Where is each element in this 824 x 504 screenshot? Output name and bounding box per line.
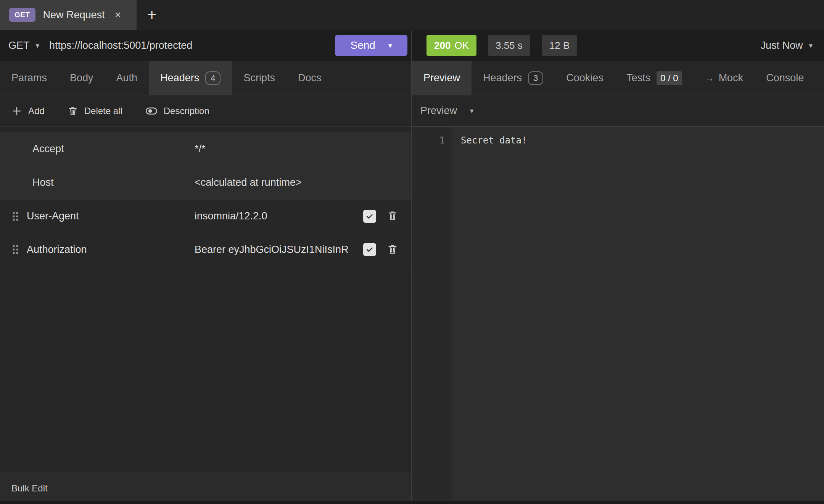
new-tab-button[interactable]: + [137,0,167,30]
header-name-input[interactable]: Authorization [27,244,195,256]
code-area[interactable]: Secret data! [452,127,824,504]
add-header-button[interactable]: Add [11,106,45,116]
line-number: 1 [412,134,452,147]
header-name-input[interactable]: User-Agent [27,210,195,222]
header-row-host: Host <calculated at runtime> [0,166,411,199]
send-button[interactable]: Send ▾ [335,35,407,56]
drag-handle-icon[interactable] [11,244,27,255]
response-size-badge: 12 B [542,35,578,56]
bulk-edit-button[interactable]: Bulk Edit [11,483,48,494]
response-meta-bar: 200 OK 3.55 s 12 B Just Now ▾ [412,30,824,61]
url-bar: GET ▾ https://localhost:5001/protected S… [0,30,411,61]
auto-headers-block: Accept */* Host <calculated at runtime> [0,132,411,199]
trash-icon [68,106,78,116]
header-name: Host [0,177,195,188]
headers-toolbar: Add Delete all Description [0,95,411,127]
response-tabs: Preview Headers 3 Cookies Tests 0 / 0 → … [412,61,824,95]
send-dropdown-icon[interactable]: ▾ [388,41,392,50]
chevron-down-icon: ▾ [470,106,474,115]
tab-headers[interactable]: Headers 4 [149,61,232,95]
check-icon [365,245,374,254]
tab-response-headers[interactable]: Headers 3 [472,61,555,95]
trash-icon [387,243,398,255]
delete-header-button[interactable] [387,243,398,256]
headers-count-badge: 4 [205,71,220,85]
method-selector[interactable]: GET [8,40,30,52]
preview-toolbar: Preview ▾ [412,95,824,127]
response-time-badge: 3.55 s [488,35,530,56]
response-body-editor[interactable]: 1 Secret data! [412,127,824,504]
drag-handle-icon[interactable] [11,211,27,222]
headers-list: Accept */* Host <calculated at runtime> … [0,127,411,472]
response-history-dropdown[interactable]: Just Now ▾ [760,40,813,52]
insomnia-window: GET New Request × + GET ▾ https://localh… [0,0,824,504]
request-tab-title: New Request [43,9,105,21]
request-panel: GET ▾ https://localhost:5001/protected S… [0,30,412,504]
bulk-edit-bar: Bulk Edit [0,472,411,504]
header-row-user-agent: User-Agent insomnia/12.2.0 [0,199,411,233]
delete-all-button[interactable]: Delete all [68,106,122,116]
method-badge: GET [9,8,35,22]
preview-mode-dropdown[interactable]: Preview ▾ [420,105,474,117]
enabled-checkbox[interactable] [363,210,376,223]
header-value: */* [195,143,206,155]
header-name: Accept [0,143,195,155]
header-value-input[interactable]: Bearer eyJhbGciOiJSUzI1NiIsInR [195,244,359,256]
delete-header-button[interactable] [387,210,398,222]
line-number-gutter: 1 [412,127,452,504]
tab-console[interactable]: Console [755,61,815,95]
tab-docs[interactable]: Docs [286,61,333,95]
request-tab-bar: GET New Request × + [0,0,824,30]
status-badge: 200 OK [426,35,476,56]
response-body-line: Secret data! [461,134,824,147]
plus-icon: + [147,6,157,24]
request-tab[interactable]: GET New Request × [0,0,137,30]
check-icon [365,212,374,221]
header-value: <calculated at runtime> [195,177,302,188]
response-headers-count-badge: 3 [528,71,543,85]
chevron-down-icon: ▾ [809,41,813,50]
header-row-authorization: Authorization Bearer eyJhbGciOiJSUzI1NiI… [0,233,411,266]
tab-auth[interactable]: Auth [105,61,149,95]
arrow-right-icon: → [705,73,714,84]
trash-icon [387,210,398,221]
url-input[interactable]: https://localhost:5001/protected [49,40,192,52]
tab-scripts[interactable]: Scripts [232,61,286,95]
tab-cookies[interactable]: Cookies [555,61,615,95]
tab-preview[interactable]: Preview [412,61,472,95]
tab-tests[interactable]: Tests 0 / 0 [615,61,694,95]
send-label: Send [351,39,375,52]
method-caret-icon[interactable]: ▾ [36,41,40,50]
tab-params[interactable]: Params [0,61,58,95]
header-row-accept: Accept */* [0,132,411,166]
close-tab-icon[interactable]: × [115,9,121,21]
response-panel: 200 OK 3.55 s 12 B Just Now ▾ Preview He… [412,30,824,504]
tests-count-badge: 0 / 0 [657,71,682,85]
window-bottom-edge [0,501,824,504]
enabled-checkbox[interactable] [363,243,376,256]
eye-icon [145,106,158,116]
tab-mock[interactable]: → Mock [694,61,755,95]
header-value-input[interactable]: insomnia/12.2.0 [195,210,359,222]
description-button[interactable]: Description [145,106,209,116]
plus-icon [11,106,22,116]
request-tabs: Params Body Auth Headers 4 Scripts Docs [0,61,411,95]
tab-body[interactable]: Body [58,61,105,95]
